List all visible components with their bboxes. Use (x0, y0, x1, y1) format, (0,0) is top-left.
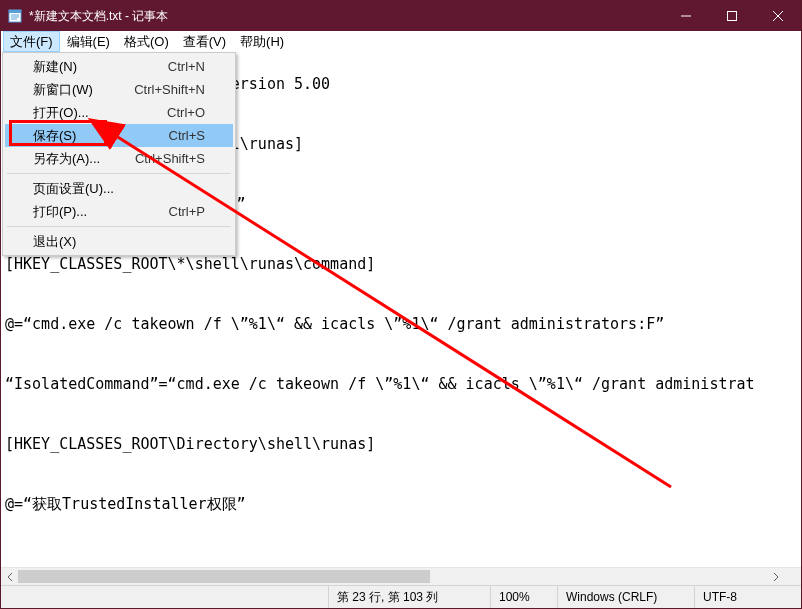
scroll-thumb[interactable] (18, 570, 430, 583)
menu-separator (7, 173, 231, 174)
window-buttons (663, 1, 801, 31)
scroll-track[interactable] (18, 568, 767, 585)
menu-separator (7, 226, 231, 227)
status-zoom: 100% (490, 586, 557, 608)
menu-new[interactable]: 新建(N) Ctrl+N (5, 55, 233, 78)
menu-new-window[interactable]: 新窗口(W) Ctrl+Shift+N (5, 78, 233, 101)
notepad-window: *新建文本文档.txt - 记事本 文件(F) 编辑(E) 格式(O) 查看(V… (0, 0, 802, 609)
menu-help[interactable]: 帮助(H) (233, 31, 291, 52)
menubar: 文件(F) 编辑(E) 格式(O) 查看(V) 帮助(H) (1, 31, 801, 52)
minimize-button[interactable] (663, 1, 709, 31)
scroll-right-button[interactable] (767, 568, 784, 585)
svg-rect-6 (728, 12, 737, 21)
file-dropdown: 新建(N) Ctrl+N 新窗口(W) Ctrl+Shift+N 打开(O)..… (2, 52, 236, 256)
horizontal-scrollbar[interactable] (1, 567, 801, 585)
titlebar: *新建文本文档.txt - 记事本 (1, 1, 801, 31)
close-button[interactable] (755, 1, 801, 31)
menu-open[interactable]: 打开(O)... Ctrl+O (5, 101, 233, 124)
menu-save-as[interactable]: 另存为(A)... Ctrl+Shift+S (5, 147, 233, 170)
menu-save[interactable]: 保存(S) Ctrl+S (5, 124, 233, 147)
menu-edit[interactable]: 编辑(E) (60, 31, 117, 52)
status-line-ending: Windows (CRLF) (557, 586, 694, 608)
size-grip[interactable] (784, 568, 801, 585)
menu-exit[interactable]: 退出(X) (5, 230, 233, 253)
menu-page-setup[interactable]: 页面设置(U)... (5, 177, 233, 200)
menu-format[interactable]: 格式(O) (117, 31, 176, 52)
status-position: 第 23 行, 第 103 列 (328, 586, 490, 608)
scroll-left-button[interactable] (1, 568, 18, 585)
window-title: *新建文本文档.txt - 记事本 (29, 8, 663, 25)
svg-rect-1 (9, 10, 21, 13)
menu-view[interactable]: 查看(V) (176, 31, 233, 52)
statusbar: 第 23 行, 第 103 列 100% Windows (CRLF) UTF-… (1, 585, 801, 608)
status-spacer (1, 586, 328, 608)
menu-print[interactable]: 打印(P)... Ctrl+P (5, 200, 233, 223)
notepad-icon (7, 8, 23, 24)
status-encoding: UTF-8 (694, 586, 801, 608)
maximize-button[interactable] (709, 1, 755, 31)
menu-file[interactable]: 文件(F) (3, 31, 60, 52)
